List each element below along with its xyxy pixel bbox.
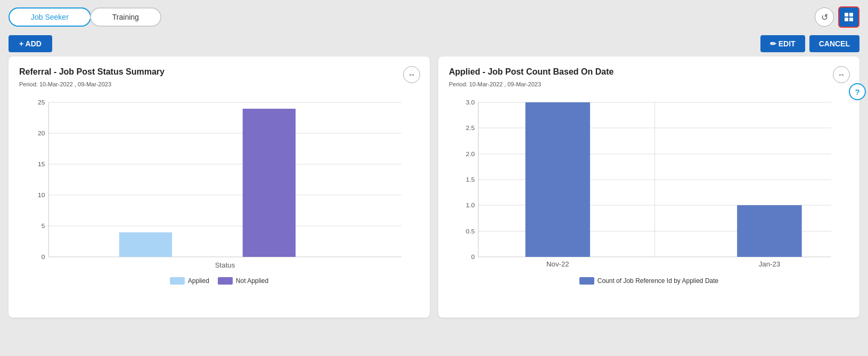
legend-count: Count of Job Reference Id by Applied Dat… <box>579 277 718 285</box>
bar-nov22 <box>526 102 590 257</box>
tab-training[interactable]: Training <box>90 7 161 27</box>
chart2-container: 0 0.5 1.0 1.5 2.0 2.5 3.0 Nov-22 Jan-23 <box>449 92 849 273</box>
svg-text:10: 10 <box>38 192 45 198</box>
legend-not-applied-label: Not Applied <box>236 277 268 285</box>
svg-text:Status: Status <box>215 262 235 269</box>
chart1-legend: Applied Not Applied <box>19 277 419 285</box>
legend-applied-label: Applied <box>188 277 209 285</box>
svg-text:25: 25 <box>38 100 45 106</box>
chart1-container: 0 5 10 15 20 25 Status <box>19 92 419 273</box>
legend-applied-color <box>170 277 185 285</box>
svg-text:5: 5 <box>42 223 45 229</box>
svg-text:1.0: 1.0 <box>466 203 475 208</box>
chart1-expand-button[interactable]: ↔ <box>403 66 420 83</box>
chart2-period: Period: 10-Mar-2022 , 09-Mar-2023 <box>449 81 849 87</box>
charts-area: Referral - Job Post Status Summary ↔ Per… <box>0 56 868 326</box>
tab-group: Job Seeker Training <box>9 7 161 27</box>
bar-not-applied <box>243 109 296 257</box>
add-button[interactable]: + ADD <box>9 35 52 52</box>
action-bar: + ADD ✏ EDIT CANCEL <box>0 32 868 56</box>
svg-text:0.5: 0.5 <box>466 229 475 234</box>
edit-button[interactable]: ✏ EDIT <box>760 35 805 52</box>
help-icon[interactable]: ? <box>849 83 866 100</box>
svg-rect-0 <box>845 13 848 17</box>
svg-text:1.5: 1.5 <box>466 177 475 183</box>
chart1-period: Period: 10-Mar-2022 , 09-Mar-2023 <box>19 81 419 87</box>
svg-text:3.0: 3.0 <box>466 100 475 106</box>
chart2-card: Applied - Job Post Count Based On Date ↔… <box>438 56 859 318</box>
svg-text:2.5: 2.5 <box>466 125 475 131</box>
svg-text:0: 0 <box>471 254 475 260</box>
svg-text:20: 20 <box>38 131 45 136</box>
chart1-card: Referral - Job Post Status Summary ↔ Per… <box>9 56 430 318</box>
svg-text:0: 0 <box>42 254 45 260</box>
svg-rect-2 <box>845 18 848 21</box>
legend-not-applied: Not Applied <box>218 277 268 285</box>
svg-rect-1 <box>849 13 853 17</box>
bar-jan23 <box>737 205 801 257</box>
svg-text:2.0: 2.0 <box>466 151 475 157</box>
svg-text:Nov-22: Nov-22 <box>546 261 569 268</box>
svg-text:15: 15 <box>38 161 45 167</box>
chart2-legend: Count of Job Reference Id by Applied Dat… <box>449 277 849 285</box>
top-right-controls: ↺ <box>815 6 859 28</box>
grid-icon[interactable] <box>838 6 859 28</box>
chart2-expand-button[interactable]: ↔ <box>833 66 850 83</box>
legend-applied: Applied <box>170 277 209 285</box>
chart2-title: Applied - Job Post Count Based On Date <box>449 67 849 77</box>
legend-count-color <box>579 277 594 285</box>
svg-rect-3 <box>849 18 853 21</box>
svg-text:Jan-23: Jan-23 <box>759 261 780 268</box>
tab-job-seeker[interactable]: Job Seeker <box>9 7 91 27</box>
right-actions: ✏ EDIT CANCEL <box>760 35 859 52</box>
bar-applied <box>119 232 172 257</box>
cancel-button[interactable]: CANCEL <box>809 35 859 52</box>
legend-not-applied-color <box>218 277 233 285</box>
refresh-icon[interactable]: ↺ <box>815 7 834 27</box>
legend-count-label: Count of Job Reference Id by Applied Dat… <box>597 277 718 285</box>
chart1-title: Referral - Job Post Status Summary <box>19 67 419 77</box>
